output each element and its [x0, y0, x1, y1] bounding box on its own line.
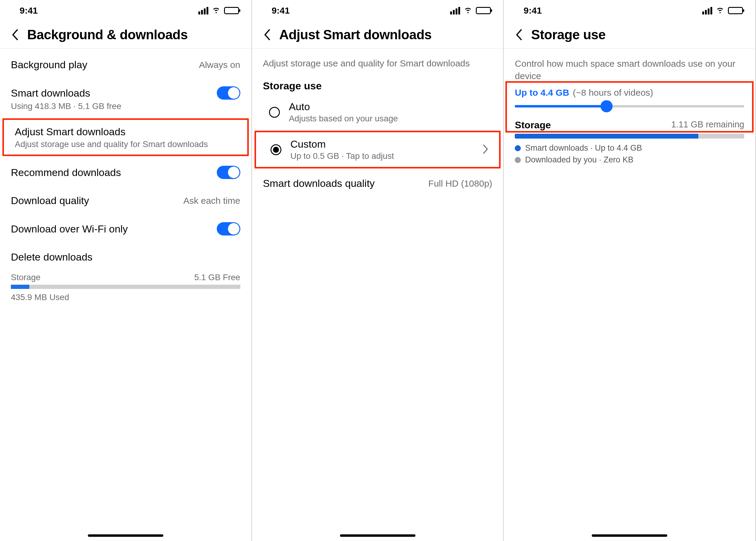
row-delete-downloads[interactable]: Delete downloads	[0, 243, 251, 271]
row-label: Adjust Smart downloads	[15, 126, 126, 138]
page-title: Adjust Smart downloads	[279, 27, 432, 42]
storage-bar-fill	[515, 134, 698, 139]
row-recommend-downloads[interactable]: Recommend downloads	[0, 158, 251, 187]
home-indicator[interactable]	[88, 534, 163, 537]
battery-icon	[476, 7, 491, 14]
row-label: Recommend downloads	[11, 167, 121, 179]
radio-sub: Up to 0.5 GB · Tap to adjust	[291, 151, 474, 161]
header: Storage use	[504, 21, 755, 49]
row-label: Download quality	[11, 195, 89, 207]
legend-downloaded-by-you: Downloaded by you · Zero KB	[515, 155, 744, 165]
row-download-wifi-only[interactable]: Download over Wi-Fi only	[0, 214, 251, 243]
status-bar: 9:41	[252, 0, 503, 21]
status-icons	[702, 5, 743, 17]
status-time: 9:41	[272, 5, 290, 16]
section-storage-use: Storage use	[252, 72, 503, 95]
settings-list: Control how much space smart downloads u…	[504, 49, 755, 169]
chevron-left-icon	[12, 29, 18, 40]
storage-header: Storage 1.11 GB remaining	[504, 120, 755, 131]
battery-icon	[728, 7, 743, 14]
smart-downloads-toggle[interactable]	[217, 86, 240, 100]
status-bar: 9:41	[504, 0, 755, 21]
description: Control how much space smart downloads u…	[504, 51, 755, 86]
status-bar: 9:41	[0, 0, 251, 21]
status-time: 9:41	[523, 5, 542, 16]
back-button[interactable]	[513, 29, 525, 41]
chevron-left-icon	[516, 29, 522, 40]
storage-remaining: 1.11 GB remaining	[671, 120, 744, 131]
settings-list: Adjust storage use and quality for Smart…	[252, 49, 503, 200]
storage-slider[interactable]	[504, 98, 755, 117]
page-title: Background & downloads	[27, 27, 188, 42]
battery-icon	[224, 7, 239, 14]
row-background-play[interactable]: Background play Always on	[0, 51, 251, 79]
radio-auto[interactable]: Auto Adjusts based on your usage	[252, 95, 503, 130]
dot-icon	[515, 157, 521, 163]
row-smart-downloads[interactable]: Smart downloads	[0, 79, 251, 101]
recommend-toggle[interactable]	[217, 166, 240, 179]
up-to-line: Up to 4.4 GB (~8 hours of videos)	[504, 86, 755, 98]
row-value: Always on	[199, 60, 240, 70]
slider-track	[515, 105, 744, 108]
radio-icon-selected	[271, 144, 282, 155]
radio-icon	[269, 107, 280, 118]
row-adjust-smart-downloads[interactable]: Adjust Smart downloads	[4, 120, 247, 140]
storage-bar	[11, 285, 240, 289]
highlight-adjust-smart-downloads: Adjust Smart downloads Adjust storage us…	[2, 118, 249, 156]
wifi-icon	[463, 5, 473, 17]
header: Adjust Smart downloads	[252, 21, 503, 49]
status-icons	[450, 5, 491, 17]
row-label: Download over Wi-Fi only	[11, 223, 128, 235]
storage-summary: Storage 5.1 GB Free 435.9 MB Used	[0, 272, 251, 302]
page-title: Storage use	[531, 27, 605, 42]
row-label: Smart downloads quality	[263, 178, 375, 189]
screen-background-downloads: 9:41 Background & downloads Background p…	[0, 0, 252, 541]
row-label: Smart downloads	[11, 87, 90, 99]
chevron-right-icon	[483, 145, 488, 155]
storage-label: Storage	[515, 120, 551, 131]
home-indicator[interactable]	[592, 534, 667, 537]
home-indicator[interactable]	[340, 534, 415, 537]
settings-list: Background play Always on Smart download…	[0, 49, 251, 304]
row-label: Delete downloads	[11, 251, 92, 263]
dot-icon	[515, 145, 521, 151]
cellular-signal-icon	[450, 7, 460, 15]
radio-label: Custom	[291, 138, 474, 150]
slider-thumb[interactable]	[600, 100, 613, 112]
cellular-signal-icon	[702, 7, 712, 15]
storage-used: 435.9 MB Used	[11, 292, 240, 302]
wifi-only-toggle[interactable]	[217, 222, 240, 236]
status-time: 9:41	[20, 5, 38, 16]
screen-storage-use: 9:41 Storage use Control how much space …	[504, 0, 756, 541]
row-label: Background play	[11, 59, 87, 71]
highlight-custom: Custom Up to 0.5 GB · Tap to adjust	[255, 131, 501, 169]
row-download-quality[interactable]: Download quality Ask each time	[0, 187, 251, 214]
wifi-icon	[715, 5, 725, 17]
wifi-icon	[211, 5, 221, 17]
row-smart-downloads-quality[interactable]: Smart downloads quality Full HD (1080p)	[252, 170, 503, 197]
legend-text: Downloaded by you · Zero KB	[525, 155, 633, 165]
row-value: Full HD (1080p)	[428, 179, 492, 189]
status-icons	[198, 5, 239, 17]
back-button[interactable]	[261, 29, 273, 41]
chevron-left-icon	[264, 29, 271, 40]
smart-downloads-sub: Using 418.3 MB · 5.1 GB free	[11, 101, 121, 111]
storage-free: 5.1 GB Free	[194, 272, 240, 282]
radio-sub: Adjusts based on your usage	[289, 114, 492, 124]
storage-bar-fill	[11, 285, 29, 289]
adjust-sub: Adjust storage use and quality for Smart…	[15, 140, 208, 149]
back-button[interactable]	[9, 29, 21, 41]
slider-fill	[515, 105, 606, 108]
legend-smart-downloads: Smart downloads · Up to 4.4 GB	[515, 143, 744, 153]
storage-bar	[515, 134, 744, 139]
row-value: Ask each time	[183, 196, 240, 206]
up-to-detail: (~8 hours of videos)	[573, 88, 653, 98]
storage-legend: Smart downloads · Up to 4.4 GB Downloade…	[504, 142, 755, 166]
radio-label: Auto	[289, 101, 492, 113]
screen-adjust-smart-downloads: 9:41 Adjust Smart downloads Adjust stora…	[252, 0, 504, 541]
radio-custom[interactable]: Custom Up to 0.5 GB · Tap to adjust	[256, 132, 499, 167]
legend-text: Smart downloads · Up to 4.4 GB	[525, 143, 642, 153]
storage-label: Storage	[11, 272, 40, 282]
cellular-signal-icon	[198, 7, 208, 15]
header: Background & downloads	[0, 21, 251, 49]
